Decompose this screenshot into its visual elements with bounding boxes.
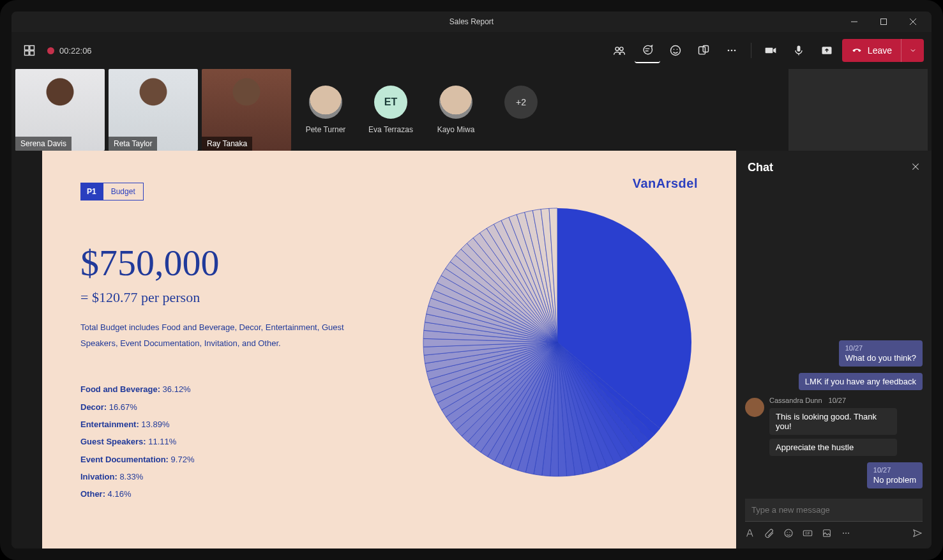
chat-messages[interactable]: 10/27What do you think?LMK if you have a… [736, 179, 932, 492]
svg-point-18 [731, 50, 733, 52]
sticker-button[interactable] [822, 528, 832, 541]
emoji-icon [783, 528, 794, 538]
toolbar-divider [751, 43, 751, 58]
chat-message-mine[interactable]: 10/27What do you think? [839, 340, 923, 367]
participant-name: Serena Davis [15, 137, 72, 151]
svg-point-12 [670, 46, 680, 56]
grid-icon [23, 44, 36, 57]
participant-avatar[interactable]: Kayo Miwa [425, 69, 487, 151]
participant-video[interactable]: Reta Taylor [109, 69, 198, 151]
legend-item: Other: 4.16% [80, 485, 698, 503]
svg-point-9 [620, 47, 623, 50]
chat-button[interactable] [635, 38, 660, 63]
slide-description: Total Budget includes Food and Beverage,… [80, 320, 349, 351]
paperclip-icon [764, 528, 774, 538]
emoji-icon [669, 44, 682, 57]
close-icon [911, 162, 920, 171]
svg-point-25 [785, 529, 792, 537]
recording-indicator: 00:22:06 [47, 46, 92, 56]
participant-video[interactable]: Ray Tanaka [202, 69, 291, 151]
svg-point-32 [845, 533, 847, 534]
camera-button[interactable] [758, 38, 783, 63]
svg-point-31 [843, 533, 844, 534]
pie-chart-svg [417, 202, 698, 483]
svg-rect-4 [25, 46, 29, 50]
presentation-slide: P1 Budget VanArsdel $750,000 = $120.77 p… [42, 151, 736, 549]
overflow-count-badge: +2 [504, 86, 538, 119]
layout-grid-button[interactable] [19, 40, 40, 61]
svg-point-8 [615, 47, 619, 50]
more-compose-button[interactable] [841, 528, 851, 541]
participant-overflow[interactable]: +2 [490, 69, 552, 151]
svg-rect-15 [698, 47, 705, 54]
participant-name: Pete Turner [306, 125, 346, 134]
chat-close-button[interactable] [911, 162, 920, 174]
meeting-toolbar: 00:22:06 [11, 32, 932, 69]
chat-compose: GIF [736, 492, 932, 549]
chat-message-mine[interactable]: LMK if you have any feedback [799, 373, 923, 390]
sticker-icon [822, 528, 832, 538]
more-actions-button[interactable] [719, 38, 744, 63]
svg-rect-6 [25, 51, 29, 56]
avatar-photo-icon [439, 86, 472, 119]
participant-name: Ray Tanaka [202, 137, 252, 151]
chat-message-other[interactable]: Cassandra Dunn10/27This is looking good.… [745, 397, 923, 456]
hangup-icon [851, 45, 863, 56]
camera-icon [764, 44, 777, 57]
gif-button[interactable]: GIF [803, 528, 813, 541]
format-button[interactable] [745, 528, 755, 541]
participant-video[interactable]: Serena Davis [15, 69, 105, 151]
svg-point-13 [674, 49, 675, 50]
svg-point-26 [787, 532, 787, 533]
chat-panel: Chat 10/27What do you think?LMK if you h… [736, 151, 932, 549]
people-icon [613, 44, 626, 57]
participant-name: Reta Taylor [109, 137, 157, 151]
chat-message-mine[interactable]: 10/27No problem [867, 462, 923, 488]
budget-pie-chart [417, 202, 698, 483]
window-title: Sales Report [449, 17, 494, 26]
slide-tag: P1 Budget [80, 183, 698, 201]
minimize-button[interactable] [840, 11, 869, 32]
svg-rect-7 [30, 51, 34, 56]
slide-tag-label: Budget [103, 183, 144, 201]
chat-title: Chat [748, 161, 773, 174]
leave-dropdown[interactable] [901, 39, 924, 62]
rooms-button[interactable] [691, 38, 716, 63]
participant-name: Eva Terrazas [368, 125, 413, 134]
maximize-button[interactable] [869, 11, 898, 32]
svg-point-19 [734, 50, 736, 52]
svg-rect-20 [797, 46, 800, 52]
chat-icon [641, 43, 654, 56]
participants-button[interactable] [607, 38, 632, 63]
mic-icon [792, 44, 805, 57]
attach-button[interactable] [764, 528, 774, 541]
leave-button[interactable]: Leave [842, 39, 924, 62]
participant-avatar[interactable]: Pete Turner [295, 69, 356, 151]
reactions-button[interactable] [663, 38, 688, 63]
titlebar: Sales Report [11, 11, 932, 32]
emoji-button[interactable] [783, 528, 794, 541]
send-button[interactable] [912, 528, 923, 541]
chat-input[interactable] [745, 499, 923, 522]
shared-content: P1 Budget VanArsdel $750,000 = $120.77 p… [11, 151, 736, 549]
slide-tag-code: P1 [80, 183, 103, 201]
svg-point-17 [728, 50, 730, 52]
send-icon [912, 528, 923, 538]
svg-text:GIF: GIF [805, 532, 810, 535]
svg-point-27 [789, 532, 790, 533]
close-button[interactable] [898, 11, 928, 32]
more-icon [841, 528, 851, 538]
recording-timer: 00:22:06 [59, 46, 92, 56]
slide-brand: VanArsdel [633, 176, 698, 191]
share-screen-button[interactable] [814, 38, 840, 63]
participant-strip: Serena Davis Reta Taylor Ray Tanaka Pete… [11, 69, 932, 151]
record-dot-icon [47, 47, 54, 54]
participant-avatar[interactable]: ET Eva Terrazas [360, 69, 421, 151]
share-icon [820, 44, 833, 57]
breakout-rooms-icon [697, 44, 710, 57]
chat-bubble: Appreciate the hustle [769, 439, 897, 456]
svg-rect-5 [30, 46, 34, 50]
svg-rect-1 [881, 19, 887, 25]
presenter-video[interactable] [788, 69, 928, 151]
mic-button[interactable] [786, 38, 811, 63]
